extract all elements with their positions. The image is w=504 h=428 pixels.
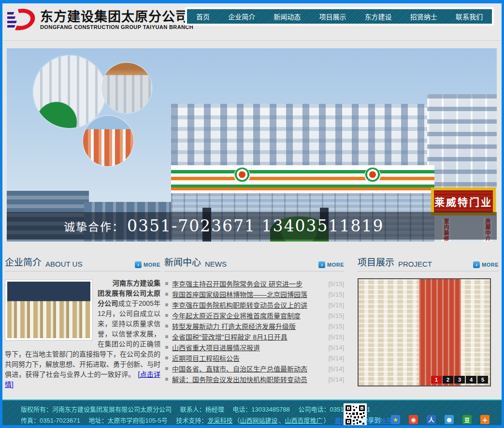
news-date: [5/14] [328, 355, 344, 362]
project-photo[interactable] [359, 279, 490, 385]
news-link[interactable]: 中国各省、直辖市、自治区生产总值最新动态 [172, 364, 307, 373]
news-item: 今年起太原近百家企业将推首席质量官制度[5/15] [164, 310, 344, 321]
news-link[interactable]: 我国首座国家级园林博物馆——北京园博园落 [172, 289, 307, 299]
footer-contact: 联系人：杨经理 [180, 406, 224, 413]
news-item: 李克强主持召开国务院常务会议 研究进一步[5/15] [164, 278, 344, 289]
nav-item-contact[interactable]: 联系我们 [453, 12, 486, 21]
project-title-en: PROJECT [398, 260, 432, 268]
bullet-icon [165, 346, 168, 349]
news-item: 中国各省、直辖市、自治区生产总值最新动态[5/14] [164, 363, 344, 374]
about-body: 河南东方建设集团发展有限公司太原分公司成立于2005年12月，公司自成立以来，坚… [5, 278, 160, 390]
sina-weibo-icon[interactable]: ◉ [409, 415, 418, 424]
footer-copyright: 版权所有：河南东方建设集团发展有限公司太原分公司 [21, 406, 172, 413]
circle-inset-photo-1 [33, 56, 106, 128]
page-button-5[interactable]: 5 [477, 376, 488, 384]
news-link[interactable]: 解读：国务院会议发出加快机构职能转变动员 [172, 374, 307, 384]
news-link[interactable]: 今年起太原近百家企业将推首席质量官制度 [172, 311, 301, 320]
footer-line2: 传真：0351-7023671 地址：太原市学府街105-5号 技术支持：龙采科… [21, 415, 399, 425]
footer-tel: 电话：13033485788 [232, 406, 290, 413]
news-item: 李克强在国务院机构职能转变动员会议上的讲[5/15] [164, 300, 344, 310]
bullet-icon [165, 293, 168, 296]
nav-item-dongfang[interactable]: 东方建设 [362, 12, 395, 21]
slider-pagination: 1 2 3 4 5 [430, 376, 488, 384]
hero-contact-strip: 诚挚合作： 0351-7023671 13403511819 [7, 212, 497, 240]
qzone-icon[interactable]: ★ [391, 415, 400, 424]
news-date: [5/14] [328, 365, 344, 372]
news-date: [5/14] [328, 376, 344, 383]
project-more-button[interactable]: › MORE [473, 261, 499, 268]
bullet-icon [165, 367, 168, 370]
project-slider: 1 2 3 4 5 [358, 278, 491, 386]
news-date: [5/15] [328, 280, 344, 287]
page: 东方建设集团太原分公司 DONGFANG CONSTRUCTION GROUP … [2, 3, 502, 425]
bullet-icon [165, 325, 168, 328]
bullet-icon [165, 303, 168, 306]
hero-phone-numbers: 0351-7023671 13403511819 [127, 216, 384, 235]
hero-slogan: 诚挚合作： [64, 218, 124, 234]
logo-title-cn: 东方建设集团太原分公司 [40, 10, 193, 24]
footer-address: 地址：太原市学府街105-5号 [88, 417, 167, 424]
footer-fax: 传真：0351-7023671 [21, 417, 80, 424]
news-more-button[interactable]: › MORE [318, 261, 344, 268]
news-item: 全省国税“营改增”日程敲定 8月1日开具[5/15] [164, 331, 344, 342]
page-button-3[interactable]: 3 [454, 376, 465, 384]
renren-icon[interactable]: 人 [427, 415, 436, 424]
site-build-link[interactable]: 山西网站建设 [240, 417, 277, 424]
news-link[interactable]: 李克强在国务院机构职能转变动员会议上的讲 [172, 300, 307, 310]
nav-bar: 首页 企业简介 新闻动态 项目展示 东方建设 招贤纳士 联系我们 [187, 9, 492, 24]
about-more-button[interactable]: › MORE [135, 261, 160, 268]
news-link[interactable]: 全省国税“营改增”日程敲定 8月1日开具 [172, 332, 288, 342]
footer: 版权所有：河南东方建设集团发展有限公司太原分公司 联系人：杨经理 电话：1303… [2, 399, 502, 425]
tencent-weibo-icon[interactable]: ● [445, 415, 454, 424]
bullet-icon [165, 357, 168, 359]
support-link[interactable]: 龙采科技 [207, 417, 232, 424]
hero-banner: 莱威特门业 室内装修 房屋中介 诚挚合作： 0351-7023671 13403… [7, 48, 497, 242]
about-photo [5, 279, 93, 341]
nav-item-news[interactable]: 新闻动态 [271, 12, 303, 21]
nav-item-jobs[interactable]: 招贤纳士 [407, 12, 440, 21]
about-header: 企业简介 ABOUT US › MORE [5, 257, 160, 271]
news-link[interactable]: 近期项目工程招标公告 [172, 353, 240, 363]
news-link[interactable]: 转型发展新动力 打造太原经济发展升级版 [172, 321, 296, 331]
about-section: 企业简介 ABOUT US › MORE 河南东方建设集团发展有限公司太原分公司… [5, 257, 160, 390]
bullet-icon [165, 314, 168, 317]
about-title-cn: 企业简介 [5, 255, 42, 268]
news-link[interactable]: 李克强主持召开国务院常务会议 研究进一步 [172, 279, 302, 288]
news-title-en: NEWS [205, 260, 227, 268]
news-item: 近期项目工程招标公告[5/14] [164, 353, 344, 363]
news-item: 我国首座国家级园林博物馆——北京园博园落[5/15] [164, 289, 344, 300]
nav-item-home[interactable]: 首页 [193, 12, 213, 21]
main-nav: 首页 企业简介 新闻动态 项目展示 东方建设 招贤纳士 联系我们 [185, 7, 494, 26]
logo-title-en: DONGFANG CONSTRUCTION GROUP TAIYUAN BRAN… [40, 24, 193, 30]
circle-inset-photo-2 [101, 63, 152, 113]
store-logo-icon [234, 167, 250, 184]
footer-support-label: 技术支持： [176, 417, 207, 424]
content-columns: 企业简介 ABOUT US › MORE 河南东方建设集团发展有限公司太原分公司… [2, 257, 502, 399]
exhibition-photo [7, 282, 90, 338]
page-button-1[interactable]: 1 [431, 376, 442, 384]
news-date: [5/15] [328, 323, 344, 330]
nav-item-projects[interactable]: 项目展示 [316, 12, 349, 21]
news-item: 解读：国务院会议发出加快机构职能转变动员[5/14] [164, 374, 344, 385]
logo-text: 东方建设集团太原分公司 DONGFANG CONSTRUCTION GROUP … [40, 10, 193, 30]
news-date: [5/15] [328, 333, 344, 341]
page-button-4[interactable]: 4 [466, 376, 476, 384]
news-item: 转型发展新动力 打造太原经济发展升级版[5/15] [164, 321, 344, 331]
share-label: 分享到: [361, 415, 382, 424]
news-date: [5/15] [328, 301, 344, 309]
news-link[interactable]: 山西省重大项目进展情况报道 [172, 342, 260, 352]
about-title-en: ABOUT US [45, 260, 82, 268]
more-arrow-icon: › [135, 261, 142, 268]
header: 东方建设集团太原分公司 DONGFANG CONSTRUCTION GROUP … [2, 3, 502, 41]
project-section: 项目展示 PROJECT › MORE 1 2 3 4 5 [358, 257, 499, 386]
hero-store-awning [171, 165, 434, 193]
news-date: [5/15] [328, 312, 344, 319]
project-header: 项目展示 PROJECT › MORE [358, 257, 499, 271]
share-more-icon[interactable]: + [480, 415, 490, 424]
douban-icon[interactable]: 豆 [462, 415, 472, 424]
baidu-promo-link[interactable]: 山西百度推广 [285, 417, 322, 424]
page-button-2[interactable]: 2 [443, 376, 453, 384]
bullet-icon [165, 335, 168, 338]
news-section: 新闻中心 NEWS › MORE 李克强主持召开国务院常务会议 研究进一步[5/… [164, 257, 344, 385]
nav-item-about[interactable]: 企业简介 [225, 12, 258, 21]
